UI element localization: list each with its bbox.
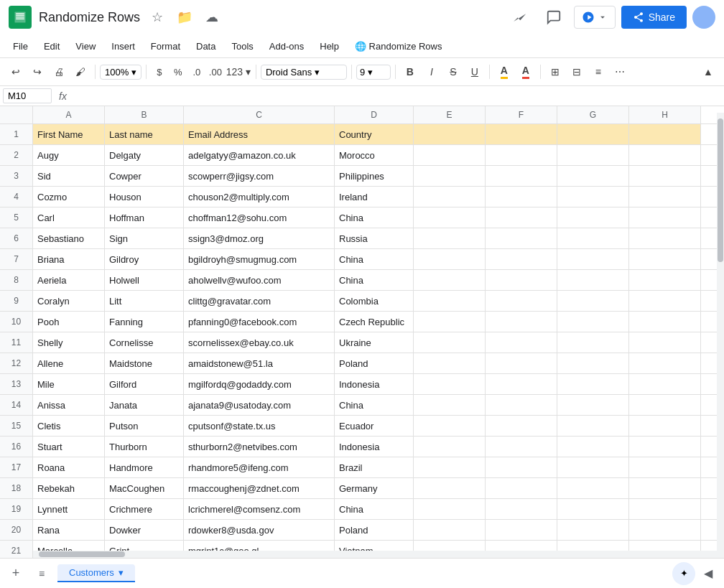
cell-f18[interactable] — [486, 478, 557, 498]
cell-b15[interactable]: Putson — [105, 416, 184, 436]
cell-f6[interactable] — [486, 228, 557, 248]
cell-e16[interactable] — [414, 437, 486, 457]
menu-view[interactable]: View — [68, 38, 103, 55]
font-size-selector[interactable]: 9 ▾ — [356, 65, 391, 80]
cell-e14[interactable] — [414, 395, 486, 415]
cell-f3[interactable] — [486, 166, 557, 186]
cell-h4[interactable] — [629, 187, 701, 207]
sheet-tab-customers[interactable]: Customers ▾ — [57, 564, 135, 582]
cell-c8[interactable]: aholwellv@wufoo.com — [184, 270, 335, 290]
currency-button[interactable]: $ — [151, 62, 168, 82]
collapse-toolbar-button[interactable]: ▲ — [698, 62, 718, 82]
cell-f19[interactable] — [486, 499, 557, 519]
cell-f8[interactable] — [486, 270, 557, 290]
cell-d2[interactable]: Morocco — [335, 145, 414, 165]
cell-f10[interactable] — [486, 312, 557, 332]
cell-a17[interactable]: Roana — [33, 457, 105, 477]
cell-e1[interactable] — [414, 124, 486, 144]
meet-icon[interactable] — [505, 3, 534, 32]
underline-button[interactable]: U — [465, 62, 485, 82]
decimal-dec-button[interactable]: .0 — [188, 62, 205, 82]
comment-icon[interactable] — [539, 3, 568, 32]
cell-g20[interactable] — [557, 520, 629, 540]
cell-e11[interactable] — [414, 332, 486, 353]
cell-f16[interactable] — [486, 437, 557, 457]
menu-randomize[interactable]: 🌐 Randomize Rows — [348, 38, 450, 55]
cell-f12[interactable] — [486, 353, 557, 373]
cell-b3[interactable]: Cowper — [105, 166, 184, 186]
cell-b11[interactable]: Cornelisse — [105, 332, 184, 353]
cell-g16[interactable] — [557, 437, 629, 457]
cell-c19[interactable]: lcrichmerel@comsenz.com — [184, 499, 335, 519]
cell-d15[interactable]: Ecuador — [335, 416, 414, 436]
cell-d7[interactable]: China — [335, 249, 414, 269]
star-icon[interactable]: ☆ — [147, 7, 167, 27]
cell-c18[interactable]: rmaccoughenj@zdnet.com — [184, 478, 335, 498]
cell-a9[interactable]: Coralyn — [33, 291, 105, 311]
cell-f1[interactable] — [486, 124, 557, 144]
cell-f14[interactable] — [486, 395, 557, 415]
cell-f15[interactable] — [486, 416, 557, 436]
cell-c15[interactable]: cputsonf@state.tx.us — [184, 416, 335, 436]
font-selector[interactable]: Droid Sans ▾ — [261, 65, 347, 80]
collapse-button[interactable]: ◀ — [698, 564, 718, 584]
cell-f4[interactable] — [486, 187, 557, 207]
cell-h15[interactable] — [629, 416, 701, 436]
cell-h1[interactable] — [629, 124, 701, 144]
cell-b20[interactable]: Dowker — [105, 520, 184, 540]
cell-a7[interactable]: Briana — [33, 249, 105, 269]
menu-tools[interactable]: Tools — [224, 38, 260, 55]
add-sheet-button[interactable]: + — [6, 564, 26, 584]
cell-h8[interactable] — [629, 270, 701, 290]
cell-g7[interactable] — [557, 249, 629, 269]
cloud-icon[interactable]: ☁ — [202, 7, 222, 27]
cell-e2[interactable] — [414, 145, 486, 165]
cell-g11[interactable] — [557, 332, 629, 353]
cell-e18[interactable] — [414, 478, 486, 498]
col-header-e[interactable]: E — [414, 106, 486, 123]
cell-e12[interactable] — [414, 353, 486, 373]
cell-h10[interactable] — [629, 312, 701, 332]
horizontal-scrollbar[interactable] — [33, 551, 717, 558]
menu-help[interactable]: Help — [312, 38, 346, 55]
text-color-button[interactable]: A — [516, 62, 536, 82]
cell-g2[interactable] — [557, 145, 629, 165]
fill-color-button[interactable]: A — [494, 62, 514, 82]
cell-g10[interactable] — [557, 312, 629, 332]
cell-b5[interactable]: Hoffman — [105, 207, 184, 228]
cell-d10[interactable]: Czech Republic — [335, 312, 414, 332]
cell-h20[interactable] — [629, 520, 701, 540]
cell-d8[interactable]: China — [335, 270, 414, 290]
menu-edit[interactable]: Edit — [37, 38, 67, 55]
cell-c6[interactable]: ssign3@dmoz.org — [184, 228, 335, 248]
col-header-f[interactable]: F — [486, 106, 557, 123]
cell-a15[interactable]: Cletis — [33, 416, 105, 436]
col-header-a[interactable]: A — [33, 106, 105, 123]
cell-b16[interactable]: Thurborn — [105, 437, 184, 457]
cell-f20[interactable] — [486, 520, 557, 540]
cell-c20[interactable]: rdowker8@usda.gov — [184, 520, 335, 540]
cell-c16[interactable]: sthurborn2@netvibes.com — [184, 437, 335, 457]
cell-g12[interactable] — [557, 353, 629, 373]
cell-h2[interactable] — [629, 145, 701, 165]
cell-b1[interactable]: Last name — [105, 124, 184, 144]
cell-h3[interactable] — [629, 166, 701, 186]
cell-b2[interactable]: Delgaty — [105, 145, 184, 165]
cell-d17[interactable]: Brazil — [335, 457, 414, 477]
cell-b19[interactable]: Crichmere — [105, 499, 184, 519]
cell-e6[interactable] — [414, 228, 486, 248]
cell-h16[interactable] — [629, 437, 701, 457]
cell-a20[interactable]: Rana — [33, 520, 105, 540]
cell-g1[interactable] — [557, 124, 629, 144]
cell-c2[interactable]: adelgatyy@amazon.co.uk — [184, 145, 335, 165]
cell-g13[interactable] — [557, 374, 629, 394]
cell-h6[interactable] — [629, 228, 701, 248]
cell-d14[interactable]: China — [335, 395, 414, 415]
cell-b10[interactable]: Fanning — [105, 312, 184, 332]
cell-f11[interactable] — [486, 332, 557, 353]
cell-c11[interactable]: scornelissex@ebay.co.uk — [184, 332, 335, 353]
cell-d13[interactable]: Indonesia — [335, 374, 414, 394]
cell-b8[interactable]: Holwell — [105, 270, 184, 290]
cell-e10[interactable] — [414, 312, 486, 332]
cell-g18[interactable] — [557, 478, 629, 498]
